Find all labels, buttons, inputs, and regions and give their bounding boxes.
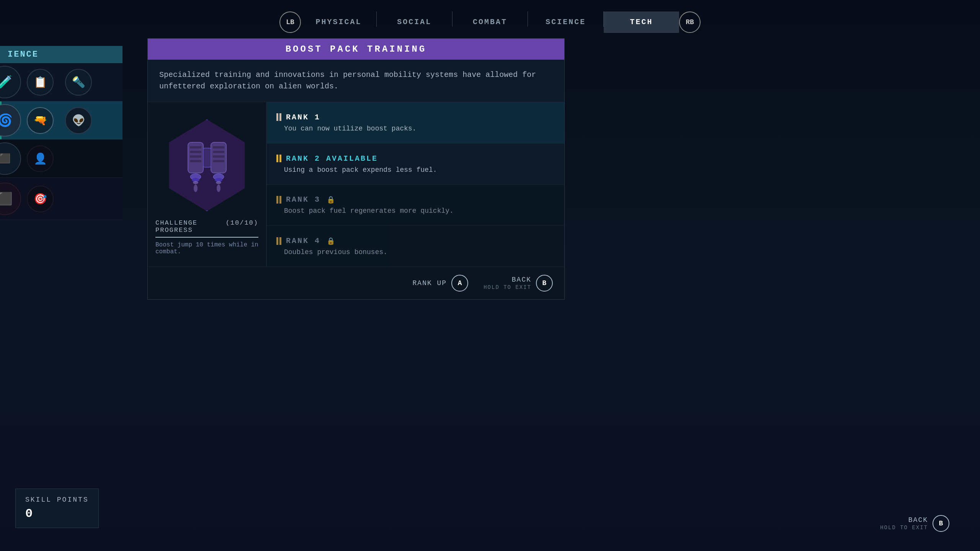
rank-2-icon <box>276 155 281 162</box>
rank-up-label: RANK UP <box>413 279 447 287</box>
sidebar-icon-1c: 🔦 <box>65 69 92 96</box>
svg-rect-9 <box>213 160 224 162</box>
bottom-back-button[interactable]: B <box>933 515 949 532</box>
svg-rect-1 <box>190 146 201 148</box>
rank-3-title-row: RANK 3 🔒 <box>276 195 555 204</box>
challenge-area: CHALLENGE PROGRESS (10/10) Boost jump 10… <box>155 215 258 259</box>
rank-bar-7 <box>276 237 278 245</box>
rank-bar-6 <box>279 196 281 204</box>
rank-4-icon <box>276 237 281 245</box>
challenge-progress-fill <box>155 237 258 238</box>
hex-background <box>165 119 249 211</box>
challenge-label-row: CHALLENGE PROGRESS (10/10) <box>155 219 258 234</box>
sidebar-icon-3a: ⬛ <box>0 153 11 164</box>
tab-combat[interactable]: COMBAT <box>452 11 528 33</box>
challenge-value: (10/10) <box>226 219 258 234</box>
skill-image-area: CHALLENGE PROGRESS (10/10) Boost jump 10… <box>148 102 266 267</box>
sidebar-icon-2a: 🌀 <box>0 113 13 128</box>
bottom-back-sublabel: HOLD TO EXIT <box>880 525 928 531</box>
sidebar-icon-1a: 🧪 <box>0 75 13 90</box>
rank-1-icon <box>276 113 281 121</box>
rank-4-title-row: RANK 4 🔒 <box>276 236 555 245</box>
rank-4-desc: Doubles previous bonuses. <box>276 248 555 256</box>
skill-points-value: 0 <box>25 507 89 521</box>
challenge-progress-bar <box>155 237 258 238</box>
sidebar-icon-4b: 🎯 <box>27 186 54 212</box>
skill-hexagon <box>163 117 251 213</box>
tab-tech[interactable]: TECH <box>604 11 679 33</box>
skill-description-text: Specialized training and innovations in … <box>159 70 536 91</box>
tab-social[interactable]: SOCIAL <box>377 11 452 33</box>
rank-up-button[interactable]: A <box>451 275 468 292</box>
sidebar-icon-3b: 👤 <box>27 145 54 172</box>
svg-point-18 <box>217 184 220 192</box>
back-label: BACK <box>512 276 531 284</box>
rank-2[interactable]: RANK 2 AVAILABLE Using a boost pack expe… <box>267 143 564 185</box>
lock-icon-3: 🔒 <box>327 196 335 204</box>
ranks-area: RANK 1 You can now utilize boost packs. … <box>266 102 564 267</box>
bottom-right-back[interactable]: BACK HOLD TO EXIT B <box>880 515 949 532</box>
bottom-back-label: BACK <box>908 516 928 524</box>
boost-pack-icon <box>182 135 232 196</box>
back-action[interactable]: BACK HOLD TO EXIT B <box>483 275 553 292</box>
svg-rect-3 <box>190 155 201 158</box>
lb-button[interactable]: LB <box>279 11 301 33</box>
svg-rect-4 <box>190 160 201 162</box>
skill-title-header: BOOST PACK TRAINING <box>148 39 564 60</box>
action-bar: RANK UP A BACK HOLD TO EXIT B <box>148 267 564 299</box>
svg-rect-8 <box>213 155 224 158</box>
rank-3-desc: Boost pack fuel regenerates more quickly… <box>276 207 555 215</box>
sidebar-icon-2c: 👽 <box>65 107 92 134</box>
sidebar-section-header: IENCE <box>0 46 122 63</box>
svg-point-17 <box>194 184 198 192</box>
sidebar-row-2[interactable]: 🌀 🔫 👽 <box>0 101 122 140</box>
sidebar-icon-4a: ⬛ <box>0 191 13 207</box>
rank-2-title-row: RANK 2 AVAILABLE <box>276 154 555 163</box>
skill-points-panel: SKILL POINTS 0 <box>15 489 99 528</box>
svg-point-16 <box>216 181 221 184</box>
sidebar-icon-2b: 🔫 <box>27 107 54 134</box>
back-button[interactable]: B <box>536 275 553 292</box>
rb-button[interactable]: RB <box>679 11 701 33</box>
skill-body: CHALLENGE PROGRESS (10/10) Boost jump 10… <box>148 102 564 267</box>
skill-title: BOOST PACK TRAINING <box>286 44 427 54</box>
sidebar-icon-1b: 📋 <box>27 69 54 96</box>
rank-bar-5 <box>276 196 278 204</box>
skill-description: Specialized training and innovations in … <box>148 60 564 102</box>
rank-4: RANK 4 🔒 Doubles previous bonuses. <box>267 226 564 267</box>
rank-up-action[interactable]: RANK UP A <box>413 275 469 292</box>
sidebar-row-4[interactable]: ⬛ 🎯 <box>0 178 122 220</box>
challenge-description: Boost jump 10 times while in combat. <box>155 241 258 255</box>
sidebar-section: IENCE 🧪 📋 🔦 🌀 🔫 👽 ⬛ 👤 <box>0 46 122 220</box>
skill-points-label: SKILL POINTS <box>25 496 89 504</box>
back-sublabel: HOLD TO EXIT <box>483 284 531 290</box>
rank-bar-3 <box>276 155 278 162</box>
sidebar-icon-left-2: 🌀 <box>0 104 21 137</box>
rank-bar-8 <box>279 237 281 245</box>
lock-icon-4: 🔒 <box>327 237 335 245</box>
nav-tabs: PHYSICAL SOCIAL COMBAT SCIENCE TECH <box>301 11 679 33</box>
sidebar-icon-left-4: ⬛ <box>0 183 21 215</box>
svg-rect-7 <box>213 151 224 153</box>
rank-1-desc: You can now utilize boost packs. <box>276 125 555 132</box>
sidebar-icon-left-1: 🧪 <box>0 66 21 98</box>
main-content: BOOST PACK TRAINING Specialized training… <box>147 38 565 300</box>
rank-3-title: RANK 3 <box>286 195 320 204</box>
sidebar-row-1[interactable]: 🧪 📋 🔦 <box>0 63 122 101</box>
rank-bar-4 <box>279 155 281 162</box>
tab-science[interactable]: SCIENCE <box>528 11 603 33</box>
svg-rect-6 <box>213 146 224 148</box>
rank-3: RANK 3 🔒 Boost pack fuel regenerates mor… <box>267 185 564 226</box>
svg-point-13 <box>193 181 198 184</box>
sidebar-icon-left-3: ⬛ <box>0 142 21 175</box>
rank-1-title: RANK 1 <box>286 113 320 122</box>
top-navigation: LB PHYSICAL SOCIAL COMBAT SCIENCE TECH R… <box>279 11 701 33</box>
sidebar-row-3[interactable]: ⬛ 👤 <box>0 140 122 178</box>
rank-1[interactable]: RANK 1 You can now utilize boost packs. <box>267 102 564 143</box>
svg-rect-10 <box>203 148 211 167</box>
svg-rect-2 <box>190 151 201 153</box>
rank-2-title: RANK 2 AVAILABLE <box>286 154 378 163</box>
tab-physical[interactable]: PHYSICAL <box>301 11 376 33</box>
rank-4-title: RANK 4 <box>286 236 320 245</box>
rank-bar-2 <box>279 113 281 121</box>
